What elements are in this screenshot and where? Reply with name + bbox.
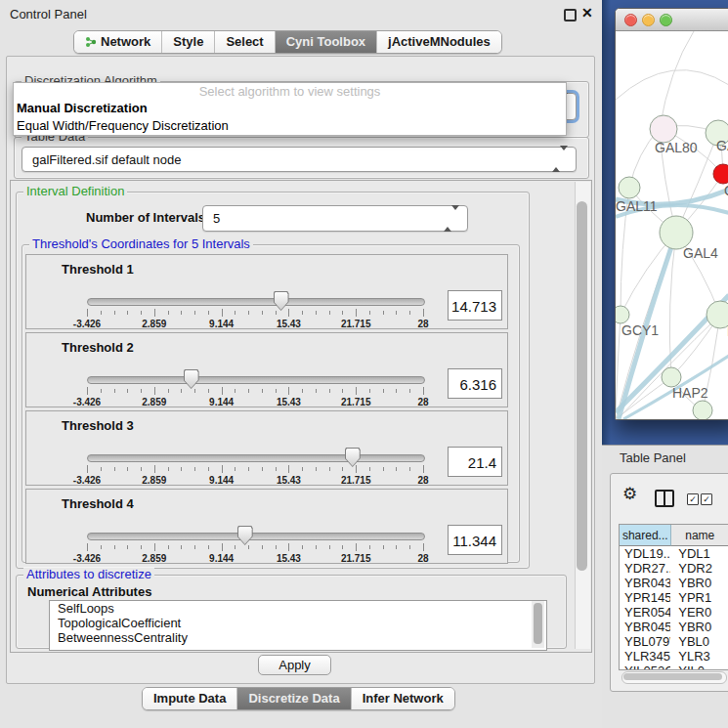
attribute-list-item[interactable]: SelfLoops	[50, 601, 546, 616]
threshold-label: Threshold 3	[62, 418, 134, 433]
num-intervals-combobox[interactable]: 5	[202, 205, 468, 232]
dropdown-option-manual-discretization[interactable]: Manual Discretization	[14, 100, 566, 117]
network-node-hap2[interactable]	[662, 367, 681, 387]
slider-tick	[302, 389, 303, 393]
slider-tick	[87, 387, 88, 395]
table-row[interactable]: YDR27...YDR2	[620, 561, 728, 576]
tab-network[interactable]: Network	[74, 31, 161, 53]
cytoscape-desktop: GAL80GACGAL11GAL4GCY1HHAP2	[602, 0, 728, 445]
slider-tick	[87, 309, 88, 317]
slider-tick	[356, 309, 357, 317]
slider-tick	[248, 389, 249, 393]
slider-tick	[181, 545, 182, 549]
slider-tick	[181, 311, 182, 315]
tab-infer-network[interactable]: Infer Network	[351, 688, 454, 709]
slider-tick	[369, 467, 370, 471]
window-zoom-button[interactable]	[660, 14, 672, 26]
combo-stepper-icon	[552, 150, 568, 168]
table-row[interactable]: YDL19...YDL1	[620, 546, 728, 561]
slider-tick	[356, 465, 357, 473]
network-node-gcy1[interactable]	[616, 306, 629, 323]
threshold-value-field[interactable]: 6.316	[448, 368, 502, 399]
tab-cyni-toolbox[interactable]: Cyni Toolbox	[275, 31, 376, 53]
slider-tick	[168, 467, 169, 471]
network-canvas[interactable]: GAL80GACGAL11GAL4GCY1HHAP2	[616, 31, 728, 419]
slider-tick	[248, 311, 249, 315]
table-hscrollbar-thumb[interactable]	[623, 673, 722, 680]
slider-tick	[409, 389, 410, 393]
tab-jactivemnodules[interactable]: jActiveMNodules	[376, 31, 501, 53]
threshold-value-field[interactable]: 21.4	[448, 447, 502, 477]
network-node-gal80[interactable]	[650, 115, 677, 143]
table-row[interactable]: YLR345WYLR3	[620, 649, 728, 664]
settings-scrollbar-thumb[interactable]	[577, 201, 587, 571]
attributes-scrollbar-thumb[interactable]	[534, 603, 542, 644]
panel-title: Control Panel	[10, 7, 87, 21]
slider-tick	[316, 545, 317, 549]
column-checkbox-icon[interactable]: ✓	[687, 493, 699, 505]
screen: Control Panel ✕ Network Style Select Cyn…	[0, 0, 728, 728]
slider-thumb[interactable]	[345, 448, 361, 467]
column-header-shared-name[interactable]: shared...	[620, 525, 671, 546]
float-window-icon[interactable]	[564, 9, 577, 21]
attribute-list-item[interactable]: TopologicalCoefficient	[50, 616, 546, 630]
close-icon[interactable]: ✕	[581, 5, 593, 21]
slider-tick	[127, 467, 128, 471]
threshold-value-field[interactable]: 14.713	[448, 290, 502, 321]
threshold-panel-3: Threshold 3-3.4262.8599.14415.4321.71528…	[25, 410, 508, 486]
network-node-gal4[interactable]	[660, 216, 693, 249]
table-data-combobox[interactable]: galFiltered.sif default node	[21, 147, 577, 172]
column-header-name[interactable]: name	[671, 525, 728, 546]
network-node-c[interactable]	[713, 164, 728, 184]
window-minimize-button[interactable]	[642, 14, 655, 26]
column-checkbox-icon[interactable]: ✓	[701, 493, 712, 505]
tab-discretize-data[interactable]: Discretize Data	[236, 688, 350, 709]
slider-tick-label: 15.43	[277, 397, 301, 407]
dropdown-option-equal-width-frequency[interactable]: Equal Width/Frequency Discretization	[14, 117, 566, 135]
slider-tick	[276, 467, 277, 471]
tab-select[interactable]: Select	[214, 31, 274, 53]
network-node[interactable]	[693, 401, 712, 419]
apply-button[interactable]: Apply	[258, 655, 331, 675]
table-row[interactable]: YIL053CYIL0	[620, 664, 728, 670]
table-row[interactable]: YBR045CYBR0	[620, 620, 728, 634]
tab-style[interactable]: Style	[161, 31, 214, 53]
threshold-slider-track[interactable]	[87, 454, 425, 462]
slider-tick	[168, 311, 169, 315]
slider-tick	[154, 465, 155, 473]
network-node-gal11[interactable]	[619, 177, 640, 198]
slider-tick	[369, 311, 370, 315]
network-window-titlebar[interactable]	[616, 9, 728, 31]
threshold-label: Threshold 4	[62, 496, 134, 511]
attribute-list-item[interactable]: BetweennessCentrality	[50, 630, 546, 645]
slider-tick	[276, 389, 277, 393]
threshold-slider-track[interactable]	[87, 298, 425, 306]
split-columns-icon[interactable]	[655, 490, 674, 507]
table-row[interactable]: YBL079WYBL0	[620, 634, 728, 649]
threshold-slider-track[interactable]	[87, 533, 425, 540]
slider-tick	[288, 309, 289, 317]
cyni-mode-tabs: Impute Data Discretize Data Infer Networ…	[142, 687, 455, 710]
slider-tick	[288, 465, 289, 473]
slider-tick	[235, 545, 236, 549]
slider-tick	[409, 467, 410, 471]
cell-shared-name: YDL19...	[620, 546, 670, 561]
table-row[interactable]: YPR145WYPR1	[620, 590, 728, 605]
tab-impute-data[interactable]: Impute Data	[143, 688, 236, 709]
slider-tick	[276, 311, 277, 315]
cell-shared-name: YDR27...	[620, 561, 670, 576]
table-row[interactable]: YER054CYER0	[620, 605, 728, 620]
slider-thumb[interactable]	[237, 526, 253, 545]
slider-thumb[interactable]	[184, 369, 199, 389]
slider-tick-label: 28	[417, 553, 428, 564]
threshold-value-field[interactable]: 11.344	[448, 525, 502, 555]
table-row[interactable]: YBR043CYBR0	[620, 576, 728, 590]
threshold-slider-track[interactable]	[87, 376, 425, 384]
slider-tick	[423, 465, 424, 473]
window-close-button[interactable]	[624, 14, 637, 26]
slider-tick	[194, 545, 195, 549]
slider-tick	[141, 467, 142, 471]
table-settings-gear-icon[interactable]: ⚙	[622, 485, 637, 504]
slider-thumb[interactable]	[274, 291, 289, 311]
cell-shared-name: YBL079W	[620, 634, 670, 649]
